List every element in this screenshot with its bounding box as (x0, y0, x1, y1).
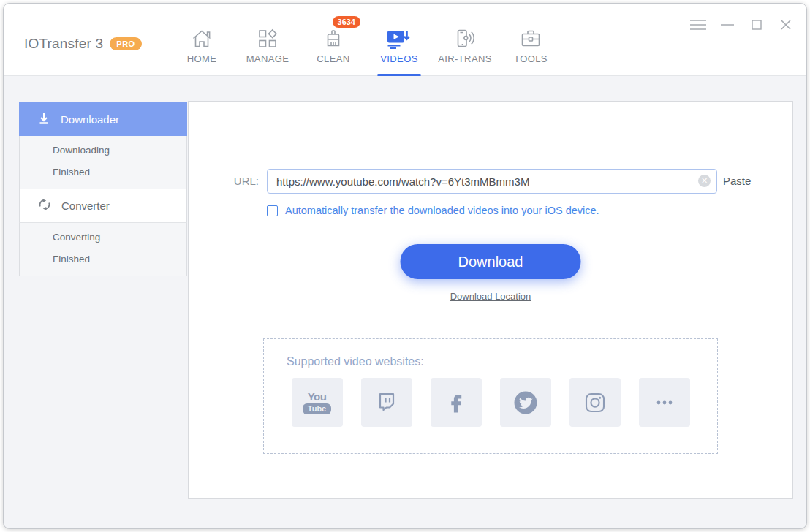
main-nav: HOME MANAGE 3634 (169, 4, 564, 76)
tools-icon (520, 26, 542, 51)
sidebar-item-download-finished[interactable]: Finished (20, 162, 186, 183)
download-location-link[interactable]: Download Location (450, 291, 531, 302)
window-controls (684, 15, 800, 34)
app-logo: IOTransfer 3 PRO (24, 36, 142, 52)
downloader-panel: URL: ✕ Paste Automatically transfer the … (188, 101, 793, 499)
download-location-row: Download Location (189, 289, 792, 303)
converter-sublist: Converting Finished (19, 223, 187, 276)
clean-count-badge: 3634 (333, 16, 360, 28)
nav-label: MANAGE (246, 53, 289, 64)
nav-item-videos[interactable]: VIDEOS (366, 4, 432, 76)
paste-link[interactable]: Paste (723, 175, 751, 187)
active-tab-underline (377, 74, 421, 76)
facebook-icon (431, 378, 482, 427)
downloader-sublist: Downloading Finished (19, 136, 187, 189)
clean-icon (322, 26, 344, 51)
nav-item-clean[interactable]: 3634 CLEAN (300, 4, 366, 76)
nav-label: VIDEOS (380, 53, 418, 64)
videos-icon (386, 26, 412, 51)
maximize-icon[interactable] (742, 15, 771, 34)
url-input-wrap: ✕ (267, 169, 717, 194)
pro-badge: PRO (110, 37, 141, 50)
sidebar-item-convert-finished[interactable]: Finished (20, 248, 186, 270)
url-row: URL: ✕ Paste (189, 169, 792, 194)
download-button[interactable]: Download (401, 244, 581, 279)
supported-websites-box: Supported video websites: You Tube (263, 338, 718, 454)
auto-transfer-label[interactable]: Automatically transfer the downloaded vi… (285, 205, 599, 216)
app-title: IOTransfer 3 (24, 36, 103, 52)
youtube-icon: You Tube (292, 378, 343, 427)
home-icon (191, 26, 213, 51)
twitch-icon (361, 378, 412, 427)
nav-label: HOME (187, 53, 217, 64)
sidebar-item-downloader[interactable]: Downloader (19, 102, 187, 136)
convert-icon (37, 197, 52, 214)
nav-item-home[interactable]: HOME (169, 4, 235, 76)
sidebar-item-label: Downloader (61, 113, 119, 126)
sidebar-item-downloading[interactable]: Downloading (20, 140, 186, 162)
minimize-icon[interactable] (713, 15, 742, 34)
air-trans-icon (454, 26, 476, 51)
nav-label: CLEAN (317, 53, 349, 64)
url-input[interactable] (267, 169, 717, 194)
app-window: IOTransfer 3 PRO HOME (3, 3, 807, 529)
header: IOTransfer 3 PRO HOME (4, 4, 806, 76)
url-label: URL: (189, 175, 259, 187)
sidebar-item-converting[interactable]: Converting (20, 227, 186, 248)
download-icon (37, 111, 51, 128)
menu-icon[interactable] (684, 15, 713, 34)
manage-icon (257, 26, 279, 51)
instagram-icon (569, 378, 621, 427)
close-icon[interactable] (771, 15, 800, 34)
sidebar-item-converter[interactable]: Converter (19, 189, 187, 223)
nav-label: AIR-TRANS (438, 53, 492, 64)
sidebar-item-label: Converter (61, 200, 110, 212)
auto-transfer-checkbox[interactable] (267, 205, 278, 216)
supported-site-tiles: You Tube (264, 378, 717, 427)
nav-item-manage[interactable]: MANAGE (235, 4, 300, 76)
nav-item-air-trans[interactable]: AIR-TRANS (432, 4, 498, 76)
twitter-icon (500, 378, 551, 427)
supported-websites-label: Supported video websites: (287, 355, 424, 368)
sidebar: Downloader Downloading Finished Converte… (19, 102, 187, 276)
more-sites-icon (639, 378, 690, 427)
clear-input-icon[interactable]: ✕ (698, 175, 711, 187)
nav-label: TOOLS (514, 53, 548, 64)
nav-item-tools[interactable]: TOOLS (498, 4, 564, 76)
auto-transfer-row: Automatically transfer the downloaded vi… (267, 205, 599, 216)
